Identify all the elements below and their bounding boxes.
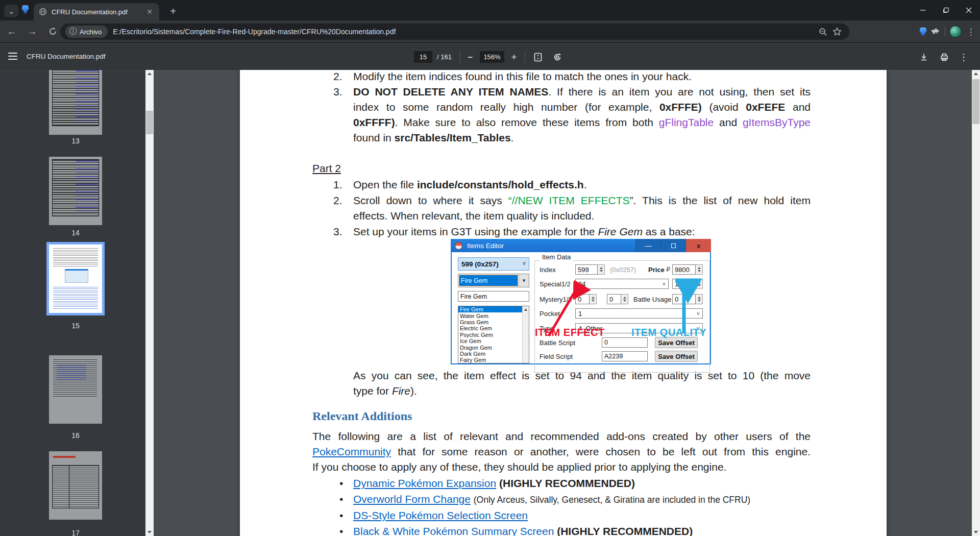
doc-text: (avoid xyxy=(702,101,746,113)
gem-list-item[interactable]: Grass Gem xyxy=(458,319,522,325)
item-name-field[interactable]: Fire Gem xyxy=(458,291,529,302)
spinner-arrows-icon[interactable] xyxy=(696,279,703,289)
extensions-puzzle-icon[interactable] xyxy=(931,26,941,38)
doc-text: 0xFFFF) xyxy=(353,116,395,128)
gem-list-item[interactable]: Electric Gem xyxy=(458,325,522,331)
doc-line: 0xFFFF). Make sure to also remove these … xyxy=(353,115,811,129)
page-thumbnail[interactable] xyxy=(49,451,102,520)
index-spinner[interactable]: 599 xyxy=(575,264,605,275)
scroll-down-icon[interactable] xyxy=(972,528,980,536)
gem-list-item[interactable]: Dark Gem xyxy=(458,351,522,357)
zoom-indicator-icon[interactable] xyxy=(816,25,830,39)
scroll-up-icon[interactable] xyxy=(972,70,980,78)
active-tab[interactable]: CFRU Documentation.pdf ✕ xyxy=(34,3,159,20)
back-button[interactable]: ← xyxy=(3,23,20,40)
sidebar-scrollbar-thumb[interactable] xyxy=(146,111,153,134)
doc-text: Modify the item indices found in this fi… xyxy=(353,70,692,82)
doc-text: include/constants/hold_effects.h xyxy=(417,179,584,190)
editor-minimize-button[interactable]: — xyxy=(635,239,660,252)
profile-avatar[interactable] xyxy=(949,26,962,38)
doc-link[interactable]: Overworld Form Change xyxy=(353,493,471,505)
spinner-arrows-icon[interactable] xyxy=(696,294,703,304)
rotate-button[interactable] xyxy=(549,49,566,65)
gem-list-item[interactable]: Fire Gem xyxy=(458,306,522,312)
window-maximize-button[interactable] xyxy=(934,0,957,20)
window-close-button[interactable] xyxy=(957,0,980,20)
doc-line: 1. xyxy=(333,178,342,191)
item-name-combo[interactable]: Fire Gem ▾ xyxy=(458,274,529,287)
gem-listbox[interactable]: Fire GemWater GemGrass GemElectric GemPs… xyxy=(458,306,529,363)
info-icon: ⓘ xyxy=(69,27,77,36)
bookmark-star-icon[interactable] xyxy=(830,25,844,39)
pdf-menu-kebab-icon[interactable]: ⋮ xyxy=(955,49,972,65)
window-minimize-button[interactable] xyxy=(911,0,934,20)
price-spinner[interactable]: 9800 xyxy=(672,264,703,275)
scroll-down-icon[interactable] xyxy=(145,528,154,536)
forward-button[interactable]: → xyxy=(23,23,41,40)
field-script-label: Field Script xyxy=(540,353,573,360)
gem-list-item[interactable]: Ice Gem xyxy=(458,338,522,344)
pocket-dropdown[interactable]: 1 ˅ xyxy=(575,308,703,319)
print-icon[interactable] xyxy=(936,49,952,65)
doc-link[interactable]: DS-Style Pokémon Selection Screen xyxy=(353,509,528,521)
url-bar[interactable]: ⓘ Archivo E:/Escritorio/Sistemas/Complet… xyxy=(60,23,849,40)
listbox-scrollbar[interactable] xyxy=(522,306,529,363)
doc-text: Set up your items in G3T using the examp… xyxy=(353,226,598,237)
page-thumbnail[interactable] xyxy=(49,355,102,424)
save-offset-button[interactable]: Save Offset xyxy=(655,351,698,362)
toolbar-separator xyxy=(525,51,525,63)
browser-tab-strip: ⌄ CFRU Documentation.pdf ✕ + xyxy=(0,0,980,20)
pdf-menu-icon[interactable] xyxy=(8,53,17,60)
reload-button[interactable] xyxy=(44,23,61,40)
tab-close-icon[interactable]: ✕ xyxy=(145,7,154,16)
spinner-arrows-icon[interactable] xyxy=(598,264,605,275)
spinner-arrows-icon[interactable] xyxy=(590,294,597,304)
editor-maximize-button[interactable] xyxy=(660,239,685,252)
page-thumbnail[interactable] xyxy=(49,157,102,225)
extension-pin-icon[interactable] xyxy=(919,27,927,37)
spinner-arrows-icon[interactable] xyxy=(621,294,628,304)
gem-list-item[interactable]: Fairy Gem xyxy=(458,357,522,363)
battle-usage-spinner[interactable]: 0 xyxy=(672,294,703,304)
tab-search-button[interactable]: ⌄ xyxy=(4,5,18,17)
special-dropdown[interactable]: 94 ˅ xyxy=(575,279,669,289)
page-thumbnail[interactable] xyxy=(49,70,102,135)
scroll-up-icon[interactable] xyxy=(145,70,154,78)
save-offset-button[interactable]: Save Offset xyxy=(655,337,698,348)
page-thumbnail[interactable] xyxy=(49,245,102,313)
pinned-tab-icon[interactable] xyxy=(21,5,29,14)
gem-list-item[interactable]: Psychic Gem xyxy=(458,332,522,338)
url-text[interactable]: E:/Escritorio/Sistemas/Complete-Fire-Red… xyxy=(113,28,816,36)
pdf-title: CFRU Documentation.pdf xyxy=(27,53,106,60)
gem-list-item[interactable]: Water Gem xyxy=(458,312,522,319)
browser-menu-icon[interactable]: ⋮ xyxy=(966,27,976,37)
editor-close-button[interactable]: x xyxy=(685,239,711,252)
page-number-input[interactable]: 15 xyxy=(414,51,432,63)
site-info-chip[interactable]: ⓘ Archivo xyxy=(65,26,108,38)
doc-line: • xyxy=(339,476,343,490)
download-icon[interactable] xyxy=(916,49,932,65)
chevron-down-icon[interactable]: ▾ xyxy=(519,274,529,287)
doc-link[interactable]: Dynamic Pokémon Expansion xyxy=(353,477,496,489)
mystery2-spinner[interactable]: 0 xyxy=(607,294,628,304)
quality-spinner[interactable]: 10 xyxy=(672,279,703,289)
zoom-out-button[interactable]: − xyxy=(462,49,478,65)
doc-link[interactable]: Black & White Pokémon Summary Screen xyxy=(353,525,554,536)
zoom-in-button[interactable]: + xyxy=(506,49,522,65)
zoom-level-input[interactable]: 156% xyxy=(480,51,504,63)
item-index-combo[interactable]: 599 (0x257) ˅ xyxy=(458,257,529,271)
page-thumbnail-label: 16 xyxy=(49,431,102,440)
doc-link[interactable]: PokeCommunity xyxy=(312,446,391,457)
new-tab-button[interactable]: + xyxy=(166,5,180,18)
pdf-thumbnail-sidebar: 1314151617 xyxy=(0,70,154,536)
main-scrollbar-thumb[interactable] xyxy=(972,79,979,124)
sidebar-scrollbar[interactable] xyxy=(145,70,154,536)
doc-line: found in src/Tables/Item_Tables. xyxy=(353,131,811,144)
field-script-field[interactable]: A2239 xyxy=(602,351,648,361)
spinner-arrows-icon[interactable] xyxy=(696,264,703,275)
fit-page-button[interactable] xyxy=(530,49,546,65)
mystery1-spinner[interactable]: 0 xyxy=(575,294,597,304)
gem-list-item[interactable]: Dragon Gem xyxy=(458,344,522,350)
main-scrollbar[interactable] xyxy=(972,70,980,536)
battle-script-field[interactable]: 0 xyxy=(602,337,648,348)
